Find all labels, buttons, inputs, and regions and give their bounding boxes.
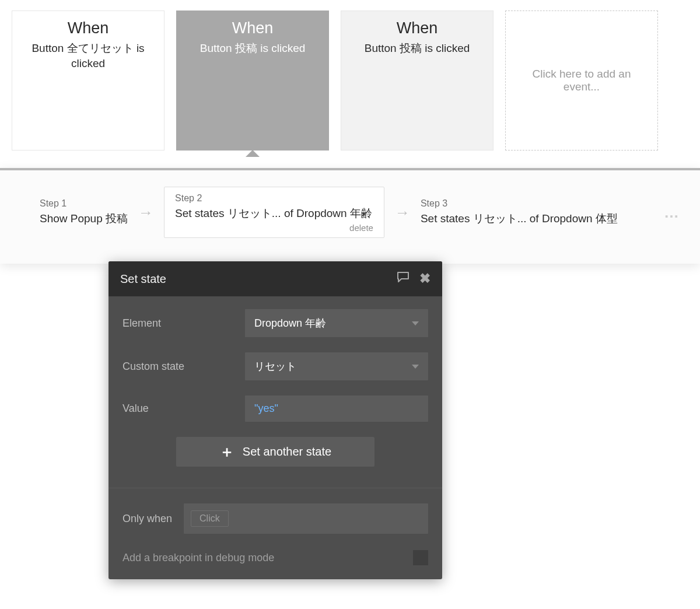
set-another-state-button[interactable]: ＋ Set another state — [176, 437, 374, 467]
workflow-step[interactable]: Step 1 Show Popup 投稿 — [40, 198, 128, 226]
comment-icon[interactable] — [396, 271, 410, 287]
event-card-selected[interactable]: When Button 投稿 is clicked — [176, 10, 329, 150]
value-expression-input[interactable]: "yes" — [245, 396, 428, 422]
field-row-value: Value "yes" — [123, 396, 428, 422]
step-text: Set states リセット... of Dropdown 年齢 — [175, 206, 372, 221]
panel-body: Element Dropdown 年齢 Custom state リセット Va… — [108, 296, 442, 579]
field-label: Only when — [123, 513, 172, 525]
field-label: Element — [123, 317, 245, 330]
step-label: Step 1 — [40, 198, 128, 209]
arrow-right-icon: → — [395, 204, 410, 222]
field-label: Custom state — [123, 360, 245, 373]
field-row-only-when: Only when Click — [123, 503, 428, 534]
event-card[interactable]: When Button 投稿 is clicked — [341, 10, 494, 150]
expression-text: "yes" — [254, 402, 278, 415]
close-icon[interactable]: ✖ — [419, 271, 430, 287]
only-when-input[interactable]: Click — [184, 503, 428, 534]
placeholder-chip: Click — [191, 510, 229, 527]
step-text: Set states リセット... of Dropdown 体型 — [421, 211, 618, 226]
add-event-card[interactable]: Click here to add an event... — [505, 10, 658, 150]
workflow-step[interactable]: Step 3 Set states リセット... of Dropdown 体型 — [421, 198, 618, 226]
custom-state-dropdown[interactable]: リセット — [245, 352, 428, 380]
panel-title: Set state — [120, 272, 166, 286]
step-text: Show Popup 投稿 — [40, 211, 128, 226]
event-title: When — [22, 19, 155, 37]
event-description: Button 投稿 is clicked — [186, 41, 319, 56]
field-label: Value — [123, 402, 245, 415]
workflow-step-selected[interactable]: Step 2 Set states リセット... of Dropdown 年齢… — [164, 187, 384, 238]
event-title: When — [351, 19, 484, 37]
step-label: Step 3 — [421, 198, 618, 209]
element-dropdown[interactable]: Dropdown 年齢 — [245, 309, 428, 337]
field-row-custom-state: Custom state リセット — [123, 352, 428, 380]
workflow-steps-bar: Step 1 Show Popup 投稿 → Step 2 Set states… — [0, 168, 700, 264]
event-description: Button 投稿 is clicked — [351, 41, 484, 56]
field-row-element: Element Dropdown 年齢 — [123, 309, 428, 337]
workflow-events-row: When Button 全てリセット is clicked When Butto… — [0, 0, 700, 150]
dropdown-value: リセット — [254, 359, 296, 373]
chevron-down-icon — [412, 321, 419, 326]
add-event-placeholder: Click here to add an event... — [523, 68, 640, 93]
plus-icon: ＋ — [219, 447, 235, 457]
panel-header[interactable]: Set state ✖ — [108, 261, 442, 296]
more-steps-icon: … — [664, 204, 679, 222]
divider — [108, 488, 442, 488]
step-label: Step 2 — [175, 193, 372, 204]
event-title: When — [186, 19, 319, 37]
action-property-panel: Set state ✖ Element Dropdown 年齢 Custom s… — [108, 261, 442, 579]
delete-step-link[interactable]: delete — [349, 223, 373, 233]
breakpoint-row: Add a breakpoint in debug mode — [123, 550, 428, 565]
arrow-right-icon: → — [138, 204, 153, 222]
chevron-down-icon — [412, 365, 419, 369]
breakpoint-label: Add a breakpoint in debug mode — [123, 552, 274, 564]
dropdown-value: Dropdown 年齢 — [254, 316, 326, 330]
button-label: Set another state — [243, 445, 331, 459]
event-description: Button 全てリセット is clicked — [22, 41, 155, 71]
breakpoint-checkbox[interactable] — [413, 550, 428, 565]
event-card[interactable]: When Button 全てリセット is clicked — [12, 10, 164, 150]
